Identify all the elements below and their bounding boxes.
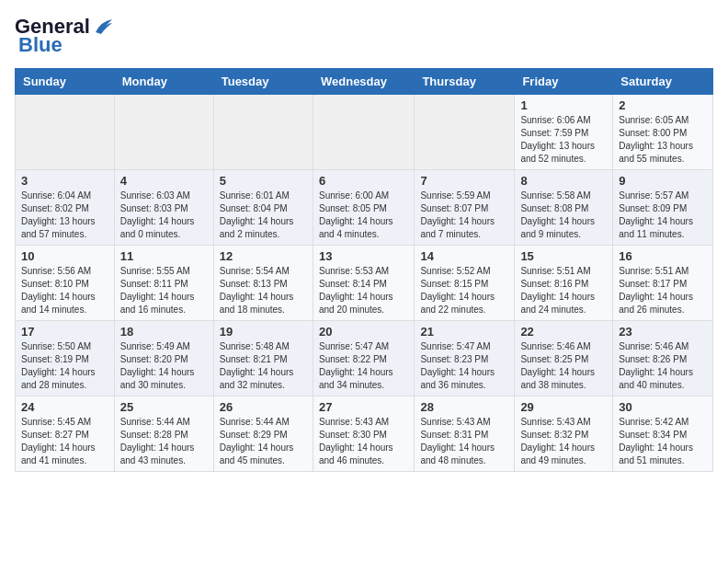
calendar-cell bbox=[114, 95, 213, 170]
cell-info: Sunrise: 6:01 AM Sunset: 8:04 PM Dayligh… bbox=[220, 190, 307, 241]
day-number: 27 bbox=[319, 400, 408, 414]
calendar-header: SundayMondayTuesdayWednesdayThursdayFrid… bbox=[16, 69, 713, 95]
cell-info: Sunrise: 5:47 AM Sunset: 8:22 PM Dayligh… bbox=[319, 340, 408, 392]
calendar-cell: 1Sunrise: 6:06 AM Sunset: 7:59 PM Daylig… bbox=[515, 95, 613, 170]
weekday-header-monday: Monday bbox=[114, 69, 213, 95]
cell-info: Sunrise: 5:53 AM Sunset: 8:14 PM Dayligh… bbox=[319, 265, 408, 316]
calendar-cell: 29Sunrise: 5:43 AM Sunset: 8:32 PM Dayli… bbox=[515, 396, 613, 472]
calendar-cell bbox=[415, 95, 515, 170]
cell-info: Sunrise: 5:46 AM Sunset: 8:25 PM Dayligh… bbox=[520, 340, 607, 392]
cell-info: Sunrise: 5:44 AM Sunset: 8:28 PM Dayligh… bbox=[120, 416, 208, 467]
day-number: 21 bbox=[420, 325, 508, 339]
calendar-cell: 13Sunrise: 5:53 AM Sunset: 8:14 PM Dayli… bbox=[313, 246, 414, 321]
cell-info: Sunrise: 5:57 AM Sunset: 8:09 PM Dayligh… bbox=[619, 190, 707, 241]
cell-info: Sunrise: 5:48 AM Sunset: 8:21 PM Dayligh… bbox=[220, 340, 307, 392]
calendar-cell: 27Sunrise: 5:43 AM Sunset: 8:30 PM Dayli… bbox=[313, 396, 414, 472]
day-number: 14 bbox=[420, 249, 508, 263]
calendar-cell: 10Sunrise: 5:56 AM Sunset: 8:10 PM Dayli… bbox=[16, 246, 115, 321]
header: General Blue bbox=[15, 15, 713, 57]
cell-info: Sunrise: 5:56 AM Sunset: 8:10 PM Dayligh… bbox=[21, 265, 108, 316]
cell-info: Sunrise: 5:47 AM Sunset: 8:23 PM Dayligh… bbox=[420, 340, 508, 392]
day-number: 17 bbox=[21, 325, 108, 339]
day-number: 8 bbox=[520, 174, 607, 188]
calendar-cell: 30Sunrise: 5:42 AM Sunset: 8:34 PM Dayli… bbox=[613, 396, 713, 472]
logo-bird-icon bbox=[94, 17, 114, 36]
day-number: 11 bbox=[120, 249, 208, 263]
day-number: 12 bbox=[220, 249, 307, 263]
cell-info: Sunrise: 5:43 AM Sunset: 8:30 PM Dayligh… bbox=[319, 416, 408, 467]
calendar-cell: 6Sunrise: 6:00 AM Sunset: 8:05 PM Daylig… bbox=[313, 170, 414, 246]
day-number: 15 bbox=[520, 249, 607, 263]
day-number: 19 bbox=[220, 325, 307, 339]
day-number: 10 bbox=[21, 249, 108, 263]
cell-info: Sunrise: 5:43 AM Sunset: 8:32 PM Dayligh… bbox=[520, 416, 607, 467]
cell-info: Sunrise: 5:45 AM Sunset: 8:27 PM Dayligh… bbox=[21, 416, 108, 467]
day-number: 30 bbox=[619, 400, 707, 414]
cell-info: Sunrise: 5:59 AM Sunset: 8:07 PM Dayligh… bbox=[420, 190, 508, 241]
page: General Blue SundayMondayTuesdayWednesda… bbox=[0, 0, 728, 487]
day-number: 6 bbox=[319, 174, 408, 188]
weekday-header-tuesday: Tuesday bbox=[213, 69, 313, 95]
day-number: 25 bbox=[120, 400, 208, 414]
day-number: 20 bbox=[319, 325, 408, 339]
calendar-cell: 19Sunrise: 5:48 AM Sunset: 8:21 PM Dayli… bbox=[213, 321, 313, 396]
cell-info: Sunrise: 6:05 AM Sunset: 8:00 PM Dayligh… bbox=[619, 114, 707, 166]
cell-info: Sunrise: 6:06 AM Sunset: 7:59 PM Dayligh… bbox=[520, 114, 607, 166]
cell-info: Sunrise: 6:03 AM Sunset: 8:03 PM Dayligh… bbox=[120, 190, 208, 241]
calendar-body: 1Sunrise: 6:06 AM Sunset: 7:59 PM Daylig… bbox=[16, 95, 713, 472]
calendar-cell: 5Sunrise: 6:01 AM Sunset: 8:04 PM Daylig… bbox=[213, 170, 313, 246]
day-number: 22 bbox=[520, 325, 607, 339]
day-number: 24 bbox=[21, 400, 108, 414]
calendar-cell: 8Sunrise: 5:58 AM Sunset: 8:08 PM Daylig… bbox=[515, 170, 613, 246]
cell-info: Sunrise: 5:43 AM Sunset: 8:31 PM Dayligh… bbox=[420, 416, 508, 467]
cell-info: Sunrise: 5:50 AM Sunset: 8:19 PM Dayligh… bbox=[21, 340, 108, 392]
cell-info: Sunrise: 5:55 AM Sunset: 8:11 PM Dayligh… bbox=[120, 265, 208, 316]
calendar-cell bbox=[313, 95, 414, 170]
calendar-cell: 23Sunrise: 5:46 AM Sunset: 8:26 PM Dayli… bbox=[613, 321, 713, 396]
day-number: 13 bbox=[319, 249, 408, 263]
cell-info: Sunrise: 5:42 AM Sunset: 8:34 PM Dayligh… bbox=[619, 416, 707, 467]
weekday-header-saturday: Saturday bbox=[613, 69, 713, 95]
calendar-cell: 15Sunrise: 5:51 AM Sunset: 8:16 PM Dayli… bbox=[515, 246, 613, 321]
cell-info: Sunrise: 5:58 AM Sunset: 8:08 PM Dayligh… bbox=[520, 190, 607, 241]
day-number: 4 bbox=[120, 174, 208, 188]
calendar-cell: 22Sunrise: 5:46 AM Sunset: 8:25 PM Dayli… bbox=[515, 321, 613, 396]
day-number: 5 bbox=[220, 174, 307, 188]
cell-info: Sunrise: 5:51 AM Sunset: 8:17 PM Dayligh… bbox=[619, 265, 707, 316]
calendar-cell: 26Sunrise: 5:44 AM Sunset: 8:29 PM Dayli… bbox=[213, 396, 313, 472]
day-number: 1 bbox=[520, 98, 607, 112]
weekday-header-friday: Friday bbox=[515, 69, 613, 95]
calendar-cell: 20Sunrise: 5:47 AM Sunset: 8:22 PM Dayli… bbox=[313, 321, 414, 396]
calendar-cell: 4Sunrise: 6:03 AM Sunset: 8:03 PM Daylig… bbox=[114, 170, 213, 246]
cell-info: Sunrise: 5:51 AM Sunset: 8:16 PM Dayligh… bbox=[520, 265, 607, 316]
logo-blue: Blue bbox=[18, 33, 63, 57]
calendar-cell: 9Sunrise: 5:57 AM Sunset: 8:09 PM Daylig… bbox=[613, 170, 713, 246]
calendar: SundayMondayTuesdayWednesdayThursdayFrid… bbox=[15, 68, 713, 472]
day-number: 16 bbox=[619, 249, 707, 263]
calendar-cell: 18Sunrise: 5:49 AM Sunset: 8:20 PM Dayli… bbox=[114, 321, 213, 396]
day-number: 28 bbox=[420, 400, 508, 414]
calendar-cell bbox=[16, 95, 115, 170]
day-number: 9 bbox=[619, 174, 707, 188]
day-number: 3 bbox=[21, 174, 108, 188]
day-number: 23 bbox=[619, 325, 707, 339]
weekday-header-thursday: Thursday bbox=[415, 69, 515, 95]
logo: General Blue bbox=[15, 15, 114, 57]
calendar-cell: 12Sunrise: 5:54 AM Sunset: 8:13 PM Dayli… bbox=[213, 246, 313, 321]
calendar-cell: 16Sunrise: 5:51 AM Sunset: 8:17 PM Dayli… bbox=[613, 246, 713, 321]
calendar-cell: 17Sunrise: 5:50 AM Sunset: 8:19 PM Dayli… bbox=[16, 321, 115, 396]
day-number: 29 bbox=[520, 400, 607, 414]
calendar-cell: 25Sunrise: 5:44 AM Sunset: 8:28 PM Dayli… bbox=[114, 396, 213, 472]
calendar-cell bbox=[213, 95, 313, 170]
cell-info: Sunrise: 5:52 AM Sunset: 8:15 PM Dayligh… bbox=[420, 265, 508, 316]
calendar-cell: 14Sunrise: 5:52 AM Sunset: 8:15 PM Dayli… bbox=[415, 246, 515, 321]
calendar-cell: 3Sunrise: 6:04 AM Sunset: 8:02 PM Daylig… bbox=[16, 170, 115, 246]
day-number: 26 bbox=[220, 400, 307, 414]
cell-info: Sunrise: 5:44 AM Sunset: 8:29 PM Dayligh… bbox=[220, 416, 307, 467]
day-number: 7 bbox=[420, 174, 508, 188]
day-number: 2 bbox=[619, 98, 707, 112]
weekday-header-sunday: Sunday bbox=[16, 69, 115, 95]
cell-info: Sunrise: 5:49 AM Sunset: 8:20 PM Dayligh… bbox=[120, 340, 208, 392]
calendar-cell: 24Sunrise: 5:45 AM Sunset: 8:27 PM Dayli… bbox=[16, 396, 115, 472]
cell-info: Sunrise: 6:00 AM Sunset: 8:05 PM Dayligh… bbox=[319, 190, 408, 241]
